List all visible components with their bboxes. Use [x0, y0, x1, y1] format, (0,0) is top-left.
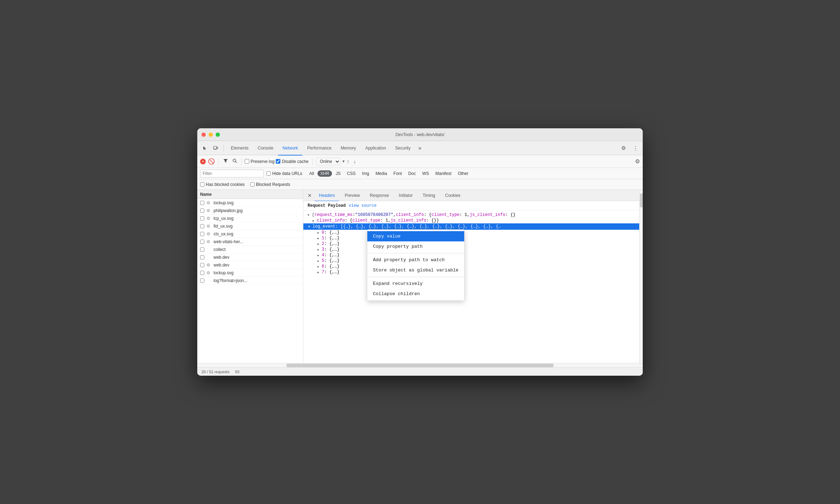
- file-checkbox[interactable]: [200, 209, 204, 213]
- tab-headers[interactable]: Headers: [315, 190, 339, 201]
- context-menu-copy-property-path[interactable]: Copy property path: [367, 241, 464, 252]
- triangle-icon[interactable]: [317, 253, 322, 258]
- tab-console[interactable]: Console: [253, 141, 278, 156]
- tab-network[interactable]: Network: [278, 141, 302, 156]
- filter-ws[interactable]: WS: [419, 170, 432, 177]
- device-icon[interactable]: [211, 143, 221, 153]
- file-checkbox[interactable]: [200, 201, 204, 205]
- maximize-button[interactable]: [216, 133, 220, 137]
- tab-memory[interactable]: Memory: [337, 141, 360, 156]
- file-checkbox[interactable]: [200, 232, 204, 236]
- filter-js[interactable]: JS: [333, 170, 343, 177]
- list-item[interactable]: ⚙ web.dev: [197, 261, 303, 269]
- triangle-icon[interactable]: [317, 241, 322, 246]
- triangle-icon[interactable]: [317, 236, 322, 241]
- close-details-button[interactable]: ✕: [306, 192, 313, 199]
- vertical-scrollbar[interactable]: [639, 190, 643, 363]
- context-menu-store-global[interactable]: Store object as global variable: [367, 265, 464, 275]
- json-item-4[interactable]: 4 : {,…}: [308, 252, 635, 258]
- json-item-3[interactable]: 3 : {,…}: [308, 247, 635, 252]
- more-options-icon[interactable]: ⋮: [631, 143, 640, 153]
- filter-doc[interactable]: Doc: [406, 170, 419, 177]
- preserve-log-label[interactable]: Preserve log: [245, 159, 274, 164]
- tab-timing[interactable]: Timing: [418, 190, 439, 201]
- tab-cookies[interactable]: Cookies: [441, 190, 465, 201]
- minimize-button[interactable]: [209, 133, 213, 137]
- filter-img[interactable]: Img: [359, 170, 372, 177]
- tab-performance[interactable]: Performance: [303, 141, 336, 156]
- tab-elements[interactable]: Elements: [227, 141, 253, 156]
- triangle-icon[interactable]: [308, 224, 313, 229]
- cursor-icon[interactable]: [200, 143, 210, 153]
- context-menu-collapse-children[interactable]: Collapse children: [367, 289, 464, 299]
- clear-button[interactable]: 🚫: [207, 157, 216, 166]
- disable-cache-label[interactable]: Disable cache: [276, 159, 308, 164]
- list-item[interactable]: web.dev: [197, 253, 303, 261]
- triangle-icon[interactable]: [317, 247, 322, 252]
- preserve-log-checkbox[interactable]: [245, 159, 249, 164]
- has-blocked-cookies-checkbox[interactable]: [200, 182, 204, 187]
- file-checkbox[interactable]: [200, 255, 204, 259]
- scrollbar-thumb[interactable]: [640, 193, 643, 207]
- blocked-requests-checkbox[interactable]: [250, 182, 255, 187]
- tab-application[interactable]: Application: [361, 141, 390, 156]
- filter-css[interactable]: CSS: [344, 170, 358, 177]
- file-checkbox[interactable]: [200, 247, 204, 252]
- more-tabs-icon[interactable]: »: [415, 145, 424, 151]
- json-item-0[interactable]: 0 : {,…}: [308, 230, 635, 235]
- horizontal-scrollbar-thumb[interactable]: [286, 364, 554, 367]
- json-item-6[interactable]: 6 : {,…}: [308, 264, 635, 269]
- filter-manifest[interactable]: Manifest: [433, 170, 454, 177]
- tab-response[interactable]: Response: [366, 190, 393, 201]
- json-item-1[interactable]: 1 : {,…}: [308, 235, 635, 241]
- list-item[interactable]: ⚙ cls_ux.svg: [197, 230, 303, 238]
- hide-data-urls-checkbox[interactable]: [267, 171, 271, 176]
- json-client-info-line[interactable]: client_info : { client_type : 1, js_clie…: [308, 218, 635, 223]
- filter-other[interactable]: Other: [455, 170, 471, 177]
- triangle-icon[interactable]: [313, 218, 317, 223]
- file-checkbox[interactable]: [200, 263, 204, 267]
- triangle-icon[interactable]: [317, 258, 322, 263]
- context-menu-expand-recursively[interactable]: Expand recursively: [367, 279, 464, 289]
- json-item-7[interactable]: 7 : {,…}: [308, 269, 635, 275]
- disable-cache-checkbox[interactable]: [276, 159, 280, 164]
- file-checkbox[interactable]: [200, 240, 204, 244]
- network-settings-icon[interactable]: ⚙: [635, 158, 640, 165]
- context-menu-add-property-path[interactable]: Add property path to watch: [367, 255, 464, 265]
- file-checkbox[interactable]: [200, 216, 204, 221]
- file-checkbox[interactable]: [200, 271, 204, 275]
- list-item[interactable]: ⚙ lockup.svg: [197, 269, 303, 277]
- json-log-event-line[interactable]: log_event: [{…}, {…}, {…}, {…}, {…}, {…}…: [303, 223, 639, 230]
- triangle-icon[interactable]: [317, 264, 322, 269]
- filter-font[interactable]: Font: [391, 170, 405, 177]
- json-root-line[interactable]: { request_time_ms : "1605078406207" , cl…: [308, 212, 635, 218]
- hide-data-urls-label[interactable]: Hide data URLs: [267, 171, 302, 176]
- list-item[interactable]: collect: [197, 246, 303, 253]
- filter-all[interactable]: All: [307, 170, 317, 177]
- filter-input[interactable]: [200, 170, 264, 177]
- record-button[interactable]: ●: [200, 159, 206, 164]
- list-item[interactable]: ⚙ lcp_ux.svg: [197, 215, 303, 222]
- settings-icon[interactable]: ⚙: [619, 143, 628, 153]
- context-menu-copy-value[interactable]: Copy value: [367, 231, 464, 241]
- has-blocked-cookies-label[interactable]: Has blocked cookies: [200, 182, 245, 187]
- tab-preview[interactable]: Preview: [340, 190, 364, 201]
- download-icon[interactable]: ↓: [352, 157, 357, 166]
- view-source-link[interactable]: view source: [349, 203, 377, 208]
- filter-media[interactable]: Media: [373, 170, 390, 177]
- blocked-requests-label[interactable]: Blocked Requests: [250, 182, 290, 187]
- list-item[interactable]: ⚙ fid_ux.svg: [197, 222, 303, 230]
- json-item-5[interactable]: 5 : {,…}: [308, 258, 635, 264]
- filter-xhr[interactable]: XHR: [317, 170, 332, 177]
- list-item[interactable]: ⚙ web-vitals-her...: [197, 238, 303, 246]
- triangle-icon[interactable]: [317, 230, 322, 235]
- upload-icon[interactable]: ↑: [345, 157, 351, 166]
- json-item-2[interactable]: 2 : {,…}: [308, 241, 635, 247]
- horizontal-scrollbar[interactable]: [197, 363, 643, 367]
- file-checkbox[interactable]: [200, 224, 204, 228]
- list-item[interactable]: log?format=json...: [197, 277, 303, 285]
- list-item[interactable]: ⚙ lockup.svg: [197, 199, 303, 207]
- triangle-icon[interactable]: [308, 212, 312, 217]
- search-icon[interactable]: [231, 157, 239, 166]
- filter-icon[interactable]: [222, 157, 229, 166]
